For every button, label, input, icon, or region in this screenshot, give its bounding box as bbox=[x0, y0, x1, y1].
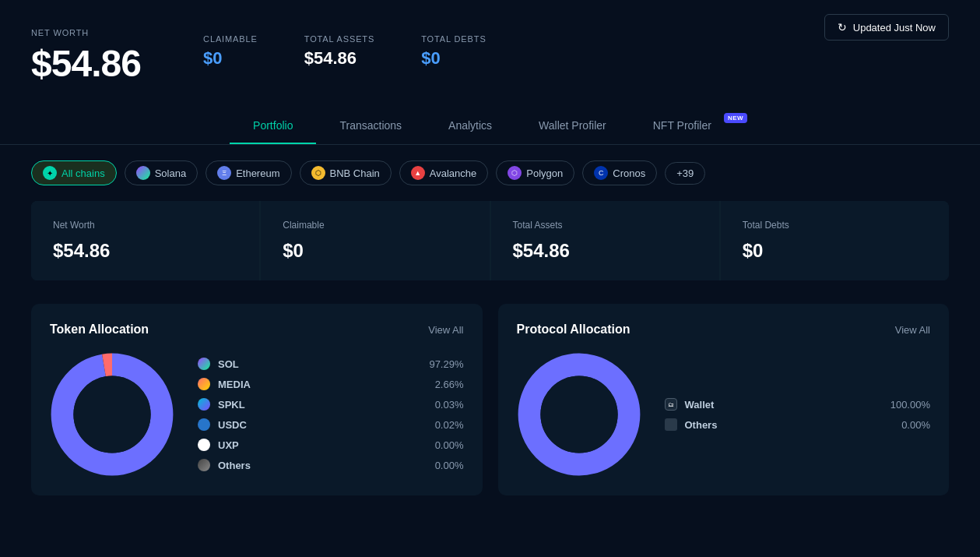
svg-point-3 bbox=[73, 375, 150, 453]
protocol-donut-chart bbox=[517, 352, 641, 477]
sol-pct: 97.29% bbox=[429, 358, 463, 370]
uxp-pct: 0.00% bbox=[435, 439, 464, 451]
chain-bnb-label: BNB Chain bbox=[330, 167, 380, 179]
stat-net-worth: Net Worth $54.86 bbox=[31, 201, 259, 280]
polygon-icon: ⬡ bbox=[508, 166, 522, 180]
chain-solana-label: Solana bbox=[155, 167, 186, 179]
chain-cronos[interactable]: C Cronos bbox=[582, 160, 657, 185]
proto-others-name: Others bbox=[685, 419, 894, 431]
token-view-all-button[interactable]: View All bbox=[428, 324, 463, 336]
claimable-label: CLAIMABLE bbox=[203, 34, 258, 44]
spkl-pct: 0.03% bbox=[435, 399, 464, 411]
tabs-container: Portfolio Transactions Analytics Wallet … bbox=[0, 108, 980, 145]
update-button-label: Updated Just Now bbox=[853, 22, 936, 33]
tab-transactions[interactable]: Transactions bbox=[316, 108, 425, 144]
legend-usdc: USDC 0.02% bbox=[198, 418, 464, 431]
claimable-metric: CLAIMABLE $0 bbox=[203, 34, 258, 69]
chain-solana[interactable]: Solana bbox=[125, 160, 198, 185]
others-name: Others bbox=[218, 460, 427, 471]
new-badge: NEW bbox=[724, 113, 747, 123]
chain-polygon-label: Polygon bbox=[526, 167, 563, 179]
token-allocation-title: Token Allocation bbox=[50, 323, 149, 337]
protocol-view-all-button[interactable]: View All bbox=[895, 324, 930, 336]
chain-avalanche-label: Avalanche bbox=[430, 167, 476, 179]
chain-more[interactable]: +39 bbox=[665, 162, 705, 185]
tabs: Portfolio Transactions Analytics Wallet … bbox=[230, 108, 750, 144]
wallet-icon: 🗂 bbox=[665, 398, 677, 411]
protocol-allocation-header: Protocol Allocation View All bbox=[517, 323, 931, 337]
chain-polygon[interactable]: ⬡ Polygon bbox=[496, 160, 574, 185]
net-worth-section: NET WORTH $54.86 bbox=[31, 28, 141, 85]
legend-wallet: 🗂 Wallet 100.00% bbox=[665, 398, 931, 411]
token-legend: SOL 97.29% MEDIA 2.66% SPKL 0.03% USDC 0… bbox=[198, 358, 464, 471]
tab-nft-profiler[interactable]: NFT Profiler NEW bbox=[630, 108, 750, 144]
stats-grid: Net Worth $54.86 Claimable $0 Total Asse… bbox=[31, 201, 949, 280]
allocation-row: Token Allocation View All bbox=[0, 304, 980, 527]
chain-filter: ✦ All chains Solana Ξ Ethereum ⬡ BNB Cha… bbox=[0, 145, 980, 201]
all-chains-icon: ✦ bbox=[43, 166, 57, 180]
chain-ethereum[interactable]: Ξ Ethereum bbox=[205, 160, 291, 185]
update-button[interactable]: ↻ Updated Just Now bbox=[824, 14, 949, 41]
net-worth-label: NET WORTH bbox=[31, 28, 141, 37]
stat-total-debts-value: $0 bbox=[743, 240, 927, 262]
usdc-pct: 0.02% bbox=[435, 419, 464, 431]
total-debts-label: TOTAL DEBTS bbox=[421, 34, 486, 44]
tab-wallet-profiler[interactable]: Wallet Profiler bbox=[515, 108, 630, 144]
usdc-icon bbox=[198, 418, 210, 431]
legend-sol: SOL 97.29% bbox=[198, 358, 464, 370]
proto-others-icon bbox=[665, 418, 677, 431]
stat-total-assets-value: $54.86 bbox=[513, 240, 697, 262]
spkl-name: SPKL bbox=[218, 399, 427, 411]
legend-proto-others: Others 0.00% bbox=[665, 418, 931, 431]
stat-claimable-label: Claimable bbox=[283, 220, 467, 231]
total-assets-value: $54.86 bbox=[304, 48, 374, 69]
stat-net-worth-label: Net Worth bbox=[53, 220, 237, 231]
protocol-donut-svg bbox=[517, 352, 641, 477]
chain-cronos-label: Cronos bbox=[613, 167, 645, 179]
uxp-name: UXP bbox=[218, 439, 427, 451]
usdc-name: USDC bbox=[218, 419, 427, 431]
chain-avalanche[interactable]: ▲ Avalanche bbox=[399, 160, 488, 185]
sol-name: SOL bbox=[218, 358, 421, 370]
tab-portfolio[interactable]: Portfolio bbox=[230, 108, 316, 144]
chain-bnb[interactable]: ⬡ BNB Chain bbox=[300, 160, 392, 185]
svg-point-5 bbox=[540, 375, 617, 453]
avax-icon: ▲ bbox=[411, 166, 425, 180]
stat-total-assets-label: Total Assets bbox=[513, 220, 697, 231]
uxp-icon bbox=[198, 439, 210, 451]
cronos-icon: C bbox=[594, 166, 608, 180]
media-name: MEDIA bbox=[218, 379, 427, 390]
total-debts-metric: TOTAL DEBTS $0 bbox=[421, 34, 486, 69]
stat-net-worth-value: $54.86 bbox=[53, 240, 237, 262]
media-pct: 2.66% bbox=[435, 379, 464, 390]
chain-all[interactable]: ✦ All chains bbox=[31, 160, 117, 185]
solana-icon bbox=[136, 166, 150, 180]
tab-analytics[interactable]: Analytics bbox=[425, 108, 515, 144]
proto-others-pct: 0.00% bbox=[901, 419, 930, 431]
protocol-allocation-content: 🗂 Wallet 100.00% Others 0.00% bbox=[517, 352, 931, 477]
legend-media: MEDIA 2.66% bbox=[198, 378, 464, 390]
stat-total-debts: Total Debts $0 bbox=[721, 201, 949, 280]
chain-ethereum-label: Ethereum bbox=[236, 167, 279, 179]
others-pct: 0.00% bbox=[435, 460, 464, 471]
ethereum-icon: Ξ bbox=[217, 166, 231, 180]
token-donut-chart bbox=[50, 352, 174, 477]
legend-uxp: UXP 0.00% bbox=[198, 439, 464, 451]
stat-total-assets: Total Assets $54.86 bbox=[491, 201, 719, 280]
protocol-legend: 🗂 Wallet 100.00% Others 0.00% bbox=[665, 398, 931, 431]
refresh-icon: ↻ bbox=[838, 21, 847, 33]
legend-others: Others 0.00% bbox=[198, 459, 464, 471]
token-donut-svg bbox=[50, 352, 174, 477]
wallet-pct: 100.00% bbox=[890, 399, 930, 411]
claimable-value: $0 bbox=[203, 48, 258, 69]
token-allocation-header: Token Allocation View All bbox=[50, 323, 464, 337]
sol-icon bbox=[198, 358, 210, 370]
total-assets-label: TOTAL ASSETS bbox=[304, 34, 374, 44]
top-metrics: CLAIMABLE $0 TOTAL ASSETS $54.86 TOTAL D… bbox=[203, 34, 486, 69]
net-worth-value: $54.86 bbox=[31, 42, 141, 85]
chain-more-label: +39 bbox=[676, 167, 694, 179]
token-allocation-content: SOL 97.29% MEDIA 2.66% SPKL 0.03% USDC 0… bbox=[50, 352, 464, 477]
protocol-allocation-card: Protocol Allocation View All 🗂 Wallet 10… bbox=[498, 304, 950, 495]
wallet-name: Wallet bbox=[685, 399, 883, 411]
media-icon bbox=[198, 378, 210, 390]
